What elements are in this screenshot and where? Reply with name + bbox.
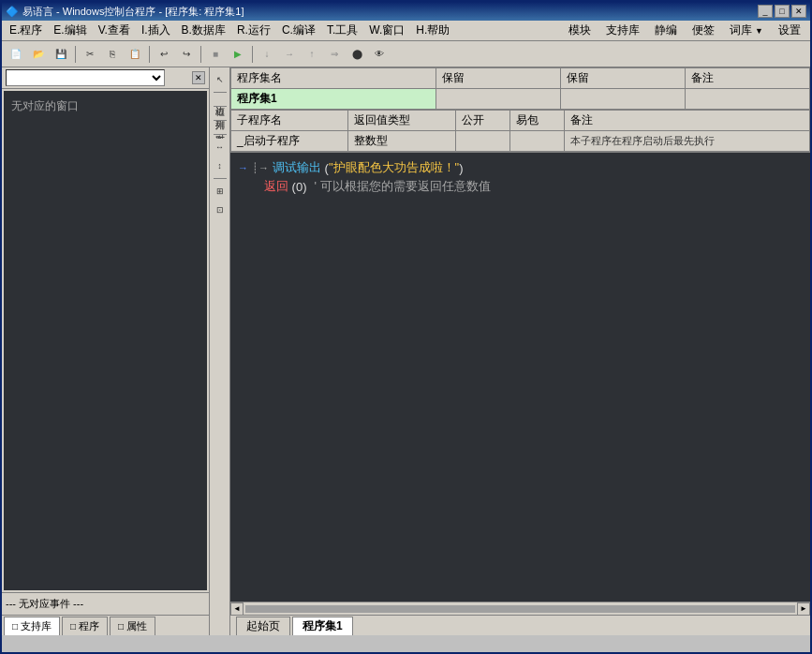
left-panel-close-button[interactable]: ✕ <box>192 71 205 84</box>
tab-program[interactable]: □ 程序 <box>62 617 108 635</box>
app-icon: 🔷 <box>6 5 19 18</box>
menu-window[interactable]: W.窗口 <box>363 21 410 40</box>
close-button[interactable]: ✕ <box>791 5 806 18</box>
window-dropdown[interactable] <box>6 69 165 86</box>
menu-run[interactable]: R.运行 <box>231 21 276 40</box>
no-window-label: 无对应的窗口 <box>7 95 203 118</box>
stop-button[interactable]: ■ <box>205 44 226 65</box>
prog-table-header-note: 备注 <box>686 68 810 89</box>
watch-button[interactable]: 👁 <box>369 44 390 65</box>
sub-table-header-pkg: 易包 <box>509 111 564 131</box>
tab-program-set-1[interactable]: 程序集1 <box>292 617 353 635</box>
vt-label-align: 对齐 <box>214 126 227 128</box>
vt-separator-3 <box>214 120 227 121</box>
code-paren-close-1: ) <box>459 161 463 175</box>
sub-pkg <box>509 131 564 152</box>
main-layout: ✕ 无对应的窗口 --- 无对应事件 --- □ 支持库 □ 程序 □ 属 <box>2 67 810 635</box>
code-paren-open-2: ( <box>288 180 296 194</box>
prog-table-header-reserve1: 保留 <box>436 68 561 89</box>
prog-table-row[interactable]: 程序集1 <box>231 89 810 110</box>
new-button[interactable]: 📄 <box>6 44 26 65</box>
cut-button[interactable]: ✂ <box>80 44 100 65</box>
code-horizontal-scrollbar[interactable]: ◄ ► <box>230 602 810 615</box>
sub-table-header-public: 公开 <box>455 111 509 131</box>
maximize-button[interactable]: □ <box>775 5 790 18</box>
menu-notes[interactable]: 便签 <box>685 21 722 40</box>
code-editor[interactable]: → ┊→ 调试输出 ( "护眼配色大功告成啦！" ) 返回 ( 0 ) ' 可以… <box>230 153 810 602</box>
prog-table-header-name: 程序集名 <box>231 68 436 89</box>
code-keyword-1: 调试输出 <box>273 159 321 176</box>
menu-database[interactable]: B.数据库 <box>176 21 231 40</box>
vt-btn-1[interactable]: ↖ <box>212 71 229 88</box>
toolbar: 📄 📂 💾 ✂ ⎘ 📋 ↩ ↪ ■ ▶ ↓ → ↑ ⇒ ⬤ 👁 <box>2 41 810 67</box>
breakpoint-button[interactable]: ⬤ <box>347 44 367 65</box>
code-value-2: 0 <box>296 180 303 194</box>
save-button[interactable]: 💾 <box>51 44 71 65</box>
prog-set-note <box>686 89 810 110</box>
menu-dict[interactable]: 词库 ▼ <box>722 21 771 40</box>
vt-label-border: 边框 <box>214 98 227 100</box>
menu-tools[interactable]: T.工具 <box>321 21 363 40</box>
menu-insert[interactable]: I.插入 <box>136 21 176 40</box>
toolbar-separator-3 <box>200 46 201 63</box>
prog-table-header-reserve2: 保留 <box>561 68 686 89</box>
support-lib-icon: □ <box>12 621 18 632</box>
menu-settings[interactable]: 设置 <box>771 21 808 40</box>
scroll-right-button[interactable]: ► <box>797 602 810 616</box>
scroll-left-button[interactable]: ◄ <box>230 602 244 616</box>
copy-button[interactable]: ⎘ <box>102 44 123 65</box>
vt-grid[interactable]: ⊞ <box>212 183 229 200</box>
open-button[interactable]: 📂 <box>28 44 49 65</box>
vt-label-layout: 排列 <box>214 112 227 114</box>
minimize-button[interactable]: _ <box>758 5 773 18</box>
run-button[interactable]: ▶ <box>228 44 248 65</box>
title-controls: _ □ ✕ <box>758 5 806 18</box>
menu-program[interactable]: E.程序 <box>4 21 48 40</box>
redo-button[interactable]: ↪ <box>176 44 197 65</box>
vt-left-right[interactable]: ↔ <box>212 139 229 156</box>
sub-program-table: 子程序名 返回值类型 公开 易包 备注 _启动子程序 整数型 <box>230 110 810 152</box>
code-comment-2: ' 可以根据您的需要返回任意数值 <box>315 178 491 195</box>
bottom-panel-tabs: 起始页 程序集1 <box>230 616 357 635</box>
code-line-2: 返回 ( 0 ) ' 可以根据您的需要返回任意数值 <box>238 177 803 196</box>
program-set-table: 程序集名 保留 保留 备注 程序集1 <box>230 67 810 110</box>
table-area: 程序集名 保留 保留 备注 程序集1 <box>230 67 810 153</box>
tab-properties[interactable]: □ 属性 <box>110 617 155 635</box>
step-run-button[interactable]: ⇒ <box>324 44 345 65</box>
tab-start-page[interactable]: 起始页 <box>236 617 290 635</box>
code-string-1: "护眼配色大功告成啦！" <box>329 159 459 176</box>
undo-button[interactable]: ↩ <box>154 44 174 65</box>
menu-support-lib[interactable]: 支持库 <box>598 21 647 40</box>
menu-static-compile[interactable]: 静编 <box>647 21 685 40</box>
code-keyword-red-2: 返回 <box>264 178 288 195</box>
left-panel-title: ✕ <box>2 67 209 89</box>
properties-icon: □ <box>118 621 124 632</box>
step-out-button[interactable]: ↑ <box>302 44 322 65</box>
menu-module[interactable]: 模块 <box>561 21 598 40</box>
code-panel: 程序集名 保留 保留 备注 程序集1 <box>230 67 810 635</box>
tab-support-lib[interactable]: □ 支持库 <box>4 617 60 635</box>
left-panel-event-label: --- 无对应事件 --- <box>2 592 209 615</box>
vt-up-down[interactable]: ↕ <box>212 157 229 174</box>
sub-table-row[interactable]: _启动子程序 整数型 本子程序在程序启动后最先执行 <box>231 131 810 152</box>
program-icon: □ <box>70 621 76 632</box>
prog-set-reserve1 <box>436 89 561 110</box>
menu-right-group: 模块 支持库 静编 便签 词库 ▼ 设置 <box>561 21 808 40</box>
sub-table-header-note: 备注 <box>564 111 809 131</box>
toolbar-separator-2 <box>149 46 150 63</box>
menu-view[interactable]: V.查看 <box>93 21 136 40</box>
step-over-button[interactable]: → <box>279 44 300 65</box>
menu-edit[interactable]: E.编辑 <box>48 21 92 40</box>
paste-button[interactable]: 📋 <box>125 44 145 65</box>
vt-separator-4 <box>214 134 227 135</box>
sub-public <box>455 131 509 152</box>
left-panel-content: 无对应的窗口 <box>4 91 207 590</box>
vt-center[interactable]: ⊡ <box>212 201 229 218</box>
step-in-button[interactable]: ↓ <box>257 44 277 65</box>
title-text: 易语言 - Windows控制台程序 - [程序集: 程序集1] <box>22 5 244 19</box>
sub-name: _启动子程序 <box>231 131 348 152</box>
menu-help[interactable]: H.帮助 <box>410 21 455 40</box>
menu-compile[interactable]: C.编译 <box>276 21 321 40</box>
vertical-toolbar: ↖ 边框 排列 对齐 ↔ ↕ ⊞ ⊡ <box>210 67 230 635</box>
scroll-track[interactable] <box>245 605 795 613</box>
